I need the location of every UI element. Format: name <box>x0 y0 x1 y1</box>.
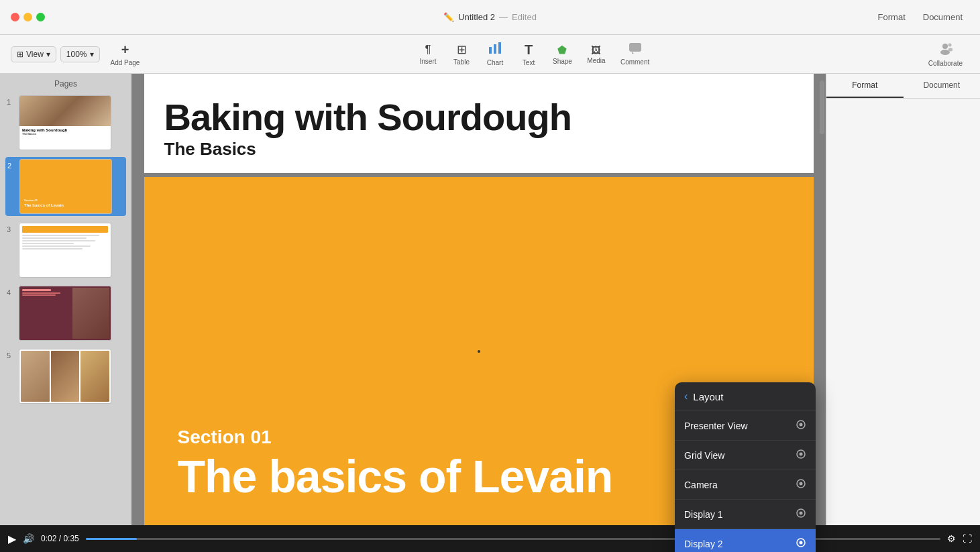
toolbar-right: Collaborate <box>922 39 969 70</box>
minimize-button[interactable] <box>23 13 32 21</box>
canvas-scrollbar <box>820 74 824 525</box>
cursor <box>478 350 480 353</box>
slide-thumb-3[interactable]: 3 <box>5 221 126 279</box>
add-page-icon: + <box>121 42 129 58</box>
titlebar-right: Format Document <box>871 9 969 25</box>
progress-bar-fill <box>86 538 137 540</box>
slide-preview-1: Baking with Sourdough The Basics <box>19 95 111 150</box>
slide-thumb-5[interactable]: 5 <box>5 347 126 405</box>
format-button[interactable]: Format <box>871 9 912 25</box>
table-label: Table <box>453 58 470 66</box>
chart-button[interactable]: Chart <box>479 39 511 69</box>
svg-rect-0 <box>489 47 492 54</box>
slide-thumb-4[interactable]: 4 <box>5 284 126 342</box>
insert-button[interactable]: ¶ Insert <box>412 40 444 68</box>
layout-item-camera[interactable]: Camera <box>675 470 816 500</box>
pages-sidebar: Pages 1 Baking with Sourdough The Basics… <box>0 74 131 525</box>
svg-rect-1 <box>494 44 496 54</box>
svg-point-6 <box>940 50 950 55</box>
slide-num-3: 3 <box>7 225 15 233</box>
layout-item-presenter-view[interactable]: Presenter View <box>675 411 816 441</box>
format-tab[interactable]: Format <box>826 74 904 98</box>
maximize-button[interactable] <box>36 13 45 21</box>
media-icon: 🖼 <box>591 44 601 56</box>
titlebar: ✏️ Untitled 2 — Edited Format Document <box>0 0 980 35</box>
grid-view-label: Grid View <box>684 450 724 461</box>
add-page-label: Add Page <box>111 59 140 66</box>
text-icon: T <box>525 42 533 58</box>
layout-item-display1[interactable]: Display 1 <box>675 500 816 529</box>
slide-preview-4 <box>19 286 111 341</box>
shape-icon: ⬟ <box>557 44 567 56</box>
comment-button[interactable]: Comment <box>614 40 656 68</box>
traffic-lights <box>11 13 45 21</box>
svg-marker-4 <box>632 52 634 54</box>
slide-num-5: 5 <box>7 351 15 360</box>
right-panel: Format Document <box>826 74 980 525</box>
time-separator: / <box>56 534 63 543</box>
slide-preview-3 <box>19 223 111 278</box>
document-icon: ✏️ <box>443 12 454 22</box>
zoom-chevron-icon: ▾ <box>90 50 94 59</box>
view-selector[interactable]: ⊞ View ▾ <box>11 46 56 62</box>
collaborate-button[interactable]: Collaborate <box>922 39 969 70</box>
chart-label: Chart <box>487 59 503 66</box>
window-title-area: ✏️ Untitled 2 — Edited <box>443 12 537 22</box>
layout-dropdown: ‹ Layout Presenter View Grid View Cam <box>675 382 816 552</box>
display1-icon <box>796 508 806 520</box>
text-button[interactable]: T Text <box>512 40 545 69</box>
chart-icon <box>488 42 502 58</box>
comment-label: Comment <box>620 58 649 66</box>
grid-view-icon <box>796 449 806 461</box>
display1-label: Display 1 <box>684 509 723 520</box>
media-button[interactable]: 🖼 Media <box>580 42 612 67</box>
svg-point-12 <box>800 453 803 456</box>
slide-thumb-1[interactable]: 1 Baking with Sourdough The Basics <box>5 94 126 152</box>
display2-label: Display 2 <box>684 539 723 549</box>
document-tab[interactable]: Document <box>904 74 981 98</box>
play-button[interactable]: ▶ <box>8 533 16 545</box>
volume-button[interactable]: 🔊 <box>23 533 34 544</box>
slide-num-1: 1 <box>7 98 15 106</box>
view-label: View <box>26 50 44 59</box>
zoom-value: 100% <box>66 50 87 59</box>
fullscreen-button[interactable]: ⛶ <box>963 533 972 544</box>
layout-dropdown-header: ‹ Layout <box>675 382 816 411</box>
main-layout: Pages 1 Baking with Sourdough The Basics… <box>0 74 980 525</box>
svg-point-16 <box>800 512 803 515</box>
comment-icon <box>629 42 642 57</box>
text-label: Text <box>523 59 535 66</box>
camera-label: Camera <box>684 480 718 490</box>
camera-icon <box>796 478 806 491</box>
time-total: 0:35 <box>63 534 78 543</box>
collaborate-label: Collaborate <box>928 60 963 67</box>
zoom-selector[interactable]: 100% ▾ <box>60 46 100 62</box>
svg-point-7 <box>948 43 952 46</box>
insert-label: Insert <box>419 58 436 65</box>
document-button[interactable]: Document <box>916 9 969 25</box>
window-title: Untitled 2 <box>458 12 495 22</box>
layout-item-grid-view[interactable]: Grid View <box>675 441 816 470</box>
presenter-view-icon <box>796 419 806 432</box>
svg-point-5 <box>942 44 948 49</box>
layout-item-display2[interactable]: Display 2 <box>675 529 816 552</box>
close-button[interactable] <box>11 13 19 21</box>
sidebar-header: Pages <box>5 79 126 89</box>
video-controls: ▶ 🔊 0:02 / 0:35 ⚙ ⛶ <box>0 525 980 552</box>
slide1-subtitle: The Basics <box>164 139 794 160</box>
layout-back-button[interactable]: ‹ <box>684 390 688 402</box>
svg-rect-2 <box>498 42 501 54</box>
toolbar-left: ⊞ View ▾ 100% ▾ + Add Page <box>11 40 146 69</box>
add-page-button[interactable]: + Add Page <box>104 40 147 69</box>
settings-button[interactable]: ⚙ <box>947 533 956 544</box>
slide-1: Baking with Sourdough The Basics <box>144 74 814 173</box>
titlebar-left <box>11 13 53 21</box>
slide-thumb-2[interactable]: 2 Section 01 The basics of Levain <box>5 157 126 216</box>
table-button[interactable]: ⊞ Table <box>445 40 478 68</box>
media-label: Media <box>587 57 605 64</box>
slide1-title: Baking with Sourdough <box>164 99 794 136</box>
svg-point-18 <box>800 541 803 545</box>
svg-point-10 <box>800 423 803 427</box>
shape-button[interactable]: ⬟ Shape <box>546 41 579 68</box>
presenter-view-label: Presenter View <box>684 421 748 431</box>
